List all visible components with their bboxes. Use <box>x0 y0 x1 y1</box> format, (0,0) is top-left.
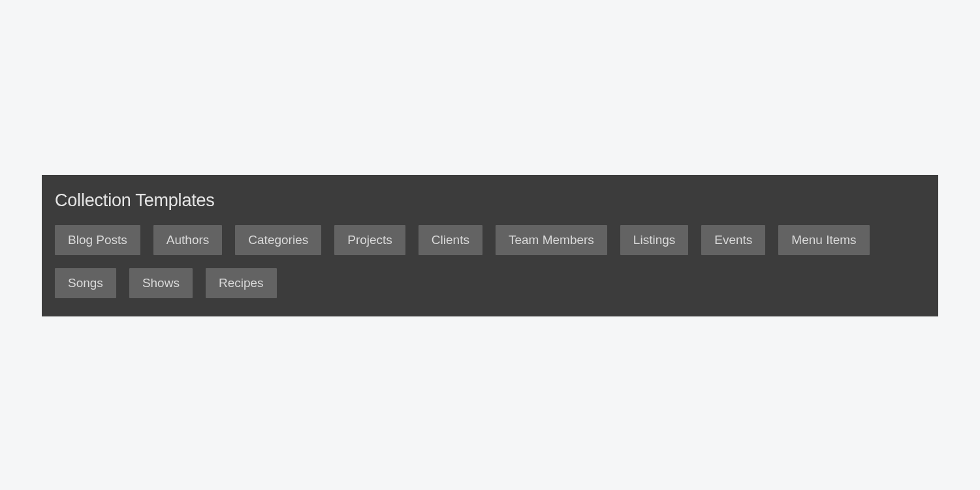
template-list: Blog Posts Authors Categories Projects C… <box>55 225 925 298</box>
template-button-songs[interactable]: Songs <box>55 268 116 298</box>
template-button-recipes[interactable]: Recipes <box>206 268 277 298</box>
template-button-team-members[interactable]: Team Members <box>496 225 607 255</box>
template-button-listings[interactable]: Listings <box>620 225 688 255</box>
template-button-categories[interactable]: Categories <box>235 225 321 255</box>
template-button-shows[interactable]: Shows <box>129 268 193 298</box>
collection-templates-panel: Collection Templates Blog Posts Authors … <box>42 175 938 316</box>
template-button-blog-posts[interactable]: Blog Posts <box>55 225 140 255</box>
template-button-clients[interactable]: Clients <box>419 225 482 255</box>
template-button-projects[interactable]: Projects <box>334 225 405 255</box>
panel-title: Collection Templates <box>55 191 925 211</box>
template-button-authors[interactable]: Authors <box>153 225 222 255</box>
template-button-menu-items[interactable]: Menu Items <box>778 225 869 255</box>
template-button-events[interactable]: Events <box>701 225 765 255</box>
